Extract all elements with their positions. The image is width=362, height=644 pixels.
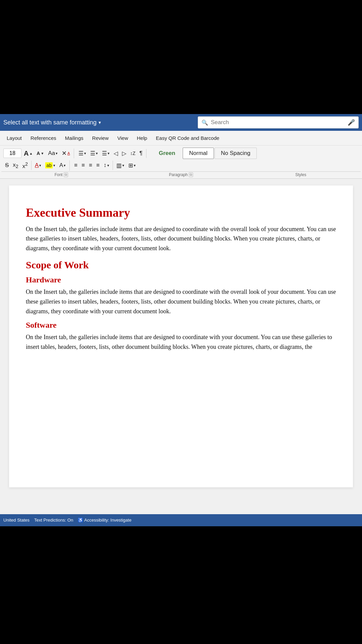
clear-format-button[interactable]: ✕ A	[60, 149, 71, 158]
search-input[interactable]	[211, 119, 345, 126]
shading-icon: ▥	[116, 162, 122, 169]
indent-decrease-icon: ◁	[114, 150, 118, 157]
font-color-chevron-icon: ▾	[39, 163, 41, 168]
style-normal[interactable]: Normal	[183, 148, 214, 159]
align-right-icon: ≡	[89, 162, 92, 169]
align-center-button[interactable]: ≡	[80, 161, 86, 170]
font-expand-icon[interactable]: ⧉	[64, 172, 68, 177]
sort-icon: ↕Z	[130, 151, 136, 156]
search-box[interactable]: 🔍 🎤	[198, 116, 359, 128]
superscript-button[interactable]: x2	[21, 160, 29, 171]
ribbon: A ▲ A ▼ Aa ▾ ✕ A ☰	[0, 146, 362, 179]
body-hardware: On the Insert tab, the galleries include…	[26, 287, 336, 316]
font-shrink-icon: A	[37, 151, 40, 156]
heading-executive-summary: Executive Summary	[26, 206, 336, 220]
font-grow-arrow: ▲	[29, 152, 33, 155]
font-shade-icon: A	[59, 162, 63, 169]
ribbon-row2: S x2 x2 A ▾ ab ▾ A ▾	[1, 160, 361, 171]
sort-button[interactable]: ↕Z	[129, 150, 137, 157]
menu-layout[interactable]: Layout	[3, 134, 26, 142]
heading-software: Software	[26, 321, 336, 330]
strikethrough-icon: S	[5, 162, 9, 169]
search-icon: 🔍	[201, 119, 208, 126]
strikethrough-button[interactable]: S	[3, 161, 10, 170]
font-size-input[interactable]	[3, 149, 21, 158]
line-spacing-button[interactable]: ↕ ▾	[102, 161, 111, 170]
borders-icon: ⊞	[128, 162, 133, 169]
styles-section-label: Styles	[241, 172, 361, 177]
font-grow-button[interactable]: A ▲	[22, 149, 34, 158]
indent-increase-icon: ▷	[122, 150, 126, 157]
select-all-text: Select all text with same formatting	[3, 119, 97, 126]
justify-icon: ≡	[96, 162, 100, 169]
menu-view[interactable]: View	[113, 134, 132, 142]
bullets-icon: ☰	[78, 150, 83, 157]
align-center-icon: ≡	[81, 162, 85, 169]
ribbon-font-group: A ▲ A ▼ Aa ▾ ✕ A	[1, 149, 74, 158]
font-shrink-button[interactable]: A ▼	[35, 150, 46, 157]
select-all-chevron-icon: ▾	[99, 120, 101, 125]
font-color-button[interactable]: A ▾	[33, 161, 43, 170]
bullets-button[interactable]: ☰ ▾	[77, 149, 88, 158]
document-area: Executive Summary On the Insert tab, the…	[0, 179, 362, 514]
clear-format-label: A	[67, 151, 70, 155]
select-bar: Select all text with same formatting ▾ 🔍…	[0, 114, 362, 131]
superscript-icon: x2	[22, 161, 28, 170]
change-case-button[interactable]: Aa ▾	[46, 149, 59, 158]
mic-icon[interactable]: 🎤	[348, 119, 355, 126]
change-case-icon: Aa	[48, 150, 55, 157]
font-shade-chevron-icon: ▾	[64, 163, 66, 168]
select-all-text-label[interactable]: Select all text with same formatting ▾	[3, 119, 101, 126]
indent-decrease-button[interactable]: ◁	[112, 149, 120, 158]
highlight-icon: ab	[45, 162, 53, 168]
paragraph-expand-icon[interactable]: ⧉	[189, 172, 193, 177]
subscript-icon: x2	[13, 162, 18, 169]
style-no-spacing[interactable]: No Spacing	[215, 148, 257, 159]
indent-increase-button[interactable]: ▷	[120, 149, 128, 158]
status-accessibility: ♿ Accessibility: Investigate	[78, 518, 131, 523]
style-green[interactable]: Green	[152, 148, 182, 159]
justify-button[interactable]: ≡	[95, 161, 101, 170]
font-grow-icon: A	[24, 150, 28, 157]
menu-help[interactable]: Help	[133, 134, 151, 142]
subscript-button[interactable]: x2	[11, 161, 20, 170]
font-label: Font	[55, 172, 63, 177]
change-case-chevron-icon: ▾	[56, 151, 58, 156]
paragraph-label: Paragraph	[169, 172, 188, 177]
numbering-chevron-icon: ▾	[96, 151, 98, 156]
ribbon-row1: A ▲ A ▼ Aa ▾ ✕ A ☰	[1, 148, 361, 159]
ribbon-styles-group: Green Normal No Spacing	[150, 148, 259, 159]
body-executive-summary: On the Insert tab, the galleries include…	[26, 224, 336, 253]
ribbon-format-group: S x2 x2 A ▾ ab ▾ A ▾	[1, 160, 70, 171]
ribbon-list-group: ☰ ▾ ☰ ▾ ☰ ▾ ◁ ▷ ↕Z	[75, 149, 147, 158]
borders-button[interactable]: ⊞ ▾	[127, 161, 137, 170]
shading-button[interactable]: ▥ ▾	[115, 161, 126, 170]
font-color-icon: A	[35, 162, 39, 169]
shading-chevron-icon: ▾	[122, 163, 124, 168]
line-spacing-chevron-icon: ▾	[107, 163, 109, 168]
ribbon-align-group: ≡ ≡ ≡ ≡ ↕ ▾ ▥ ▾	[70, 161, 139, 170]
numbering-button[interactable]: ☰ ▾	[88, 149, 100, 158]
show-paragraph-button[interactable]: ¶	[138, 149, 144, 158]
align-left-icon: ≡	[74, 162, 77, 169]
font-shade-button[interactable]: A ▾	[58, 161, 67, 170]
font-shrink-arrow: ▼	[41, 152, 44, 155]
line-spacing-icon: ↕	[104, 162, 107, 169]
menu-review[interactable]: Review	[88, 134, 113, 142]
black-bottom-bar	[0, 526, 362, 644]
multilevel-icon: ☰	[102, 150, 107, 157]
status-text-predictions: Text Predictions: On	[34, 518, 73, 523]
align-left-button[interactable]: ≡	[72, 161, 79, 170]
multilevel-chevron-icon: ▾	[108, 151, 110, 156]
menu-references[interactable]: References	[26, 134, 60, 142]
menu-easy-qr[interactable]: Easy QR Code and Barcode	[152, 134, 223, 142]
highlight-button[interactable]: ab ▾	[44, 161, 57, 169]
status-language: United States	[3, 518, 29, 523]
document-page[interactable]: Executive Summary On the Insert tab, the…	[9, 185, 353, 487]
paragraph-section-label: Paragraph ⧉	[121, 172, 241, 177]
heading-scope-of-work: Scope of Work	[26, 259, 336, 271]
menu-mailings[interactable]: Mailings	[61, 134, 87, 142]
align-right-button[interactable]: ≡	[87, 161, 94, 170]
multilevel-button[interactable]: ☰ ▾	[100, 149, 111, 158]
highlight-chevron-icon: ▾	[53, 163, 55, 168]
